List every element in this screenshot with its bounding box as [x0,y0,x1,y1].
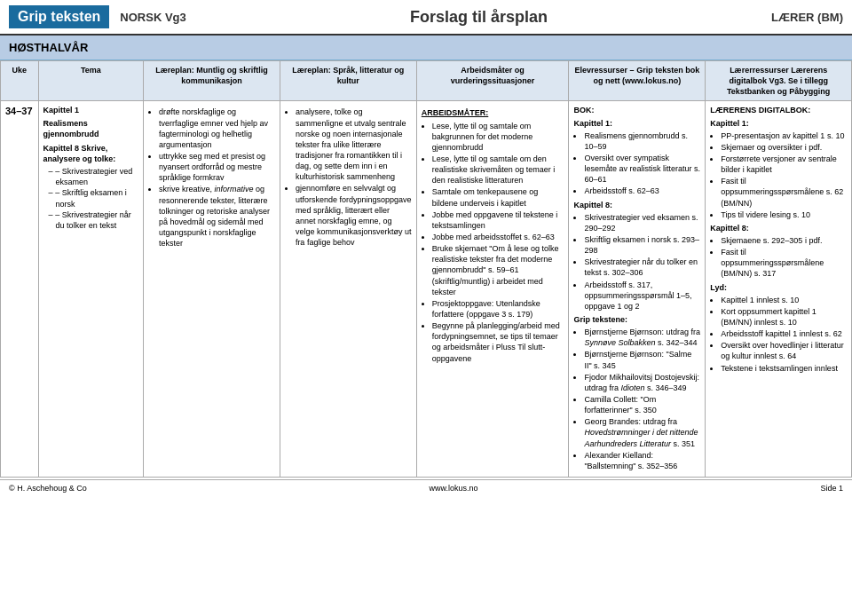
col-header-laererress: Lærerressurser Lærerens digitalbok Vg3. … [706,61,852,101]
page-footer: © H. Aschehoug & Co www.lokus.no Side 1 [0,479,852,496]
section-header: HØSTHALVÅR [0,36,852,60]
page-header: Grip teksten NORSK Vg3 Forslag til årspl… [0,0,852,36]
cell-laereplan-sprak: analysere, tolke og sammenligne et utval… [280,101,416,478]
col-header-uke: Uke [1,61,39,101]
cell-laereplan-muntlig: drøfte norskfaglige og tverrfaglige emne… [143,101,280,478]
cell-uke: 34–37 [1,101,39,478]
cell-tema: Kapittel 1 Realismens gjennombrudd Kapit… [38,101,143,478]
footer-copyright: © H. Aschehoug & Co [9,484,87,493]
col-header-tema: Tema [38,61,143,101]
footer-url: www.lokus.no [430,484,478,493]
header-subtitle: NORSK Vg3 [120,11,185,24]
table-row: 34–37 Kapittel 1 Realismens gjennombrudd… [1,101,852,478]
cell-laererress: LÆRERENS DIGITALBOK: Kapittel 1: PP-pres… [706,101,852,478]
brand-logo: Grip teksten [9,5,109,28]
cell-arbeidsm: ARBEIDSMÅTER: Lese, lytte til og samtale… [416,101,569,478]
footer-page: Side 1 [820,484,843,493]
main-table: Uke Tema Læreplan: Muntlig og skriftlig … [0,60,852,478]
cell-elevress: BOK: Kapittel 1: Realismens gjennombrudd… [569,101,706,478]
page-title: Forslag til årsplan [186,8,771,27]
col-header-laereplan-muntlig: Læreplan: Muntlig og skriftlig kommunika… [143,61,280,101]
col-header-arbeidsm: Arbeidsmåter og vurderingssituasjoner [416,61,569,101]
header-teacher: LÆRER (BM) [771,11,843,24]
col-header-laereplan-sprak: Læreplan: Språk, litteratur og kultur [280,61,416,101]
col-header-elevress: Elevressurser – Grip teksten bok og nett… [569,61,706,101]
